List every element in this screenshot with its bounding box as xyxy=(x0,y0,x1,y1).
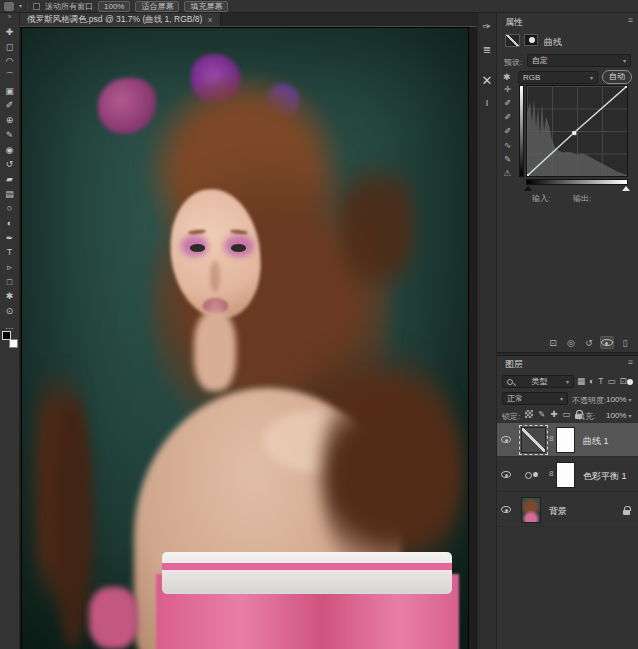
properties-panel-title[interactable]: 属性 xyxy=(505,16,523,29)
info-panel-icon[interactable]: I xyxy=(478,98,496,108)
mask-icon[interactable] xyxy=(524,34,538,46)
marquee-tool[interactable]: ◻ xyxy=(3,43,17,53)
brush-tool[interactable]: ✎ xyxy=(3,131,17,141)
layer-row-curves[interactable]: 8 曲线 1 xyxy=(497,423,638,457)
close-panel-icon[interactable]: ✕ xyxy=(478,73,496,88)
auto-button[interactable]: 自动 xyxy=(602,70,632,84)
brush-settings-panel-icon[interactable]: ✑ xyxy=(478,21,496,32)
filter-shape-layers-icon[interactable]: ▭ xyxy=(607,376,615,386)
layer-name[interactable]: 色彩平衡 1 xyxy=(583,470,627,483)
filter-toggle-icon[interactable] xyxy=(627,379,633,385)
double-chevron-icon[interactable]: » xyxy=(0,13,19,25)
curves-layer-thumbnail[interactable] xyxy=(521,427,546,453)
view-previous-state-icon[interactable]: ◎ xyxy=(564,338,578,348)
color-swatches[interactable] xyxy=(2,331,18,348)
zoom-100-button[interactable]: 100% xyxy=(98,1,130,12)
path-selection-tool[interactable]: ▹ xyxy=(3,263,17,273)
visibility-toggle[interactable] xyxy=(600,336,614,349)
curve-node-black[interactable] xyxy=(527,174,529,176)
curves-grid[interactable] xyxy=(526,85,628,177)
eraser-tool[interactable]: ▰ xyxy=(3,175,17,185)
eye-icon[interactable] xyxy=(501,506,511,513)
clip-to-layer-icon[interactable]: ⊡ xyxy=(546,338,560,348)
fill-label: 填充: xyxy=(577,411,595,422)
curve-node-white[interactable] xyxy=(625,86,627,88)
layers-panel-title[interactable]: 图层 xyxy=(505,358,523,371)
move-tool[interactable]: ✚ xyxy=(3,28,17,38)
lock-icon xyxy=(623,510,630,515)
delete-adjustment-icon[interactable]: ▯ xyxy=(618,338,632,348)
pink-corset-left xyxy=(89,587,138,649)
clone-stamp-tool[interactable]: ◉ xyxy=(3,146,17,156)
gray-point-eyedropper-icon[interactable]: ✐ xyxy=(499,113,516,123)
on-image-adjustment-icon[interactable]: ✛ xyxy=(499,85,516,95)
color-balance-layer-icon[interactable] xyxy=(525,470,538,479)
lock-transparency-icon[interactable] xyxy=(525,410,533,418)
history-brush-tool[interactable]: ↺ xyxy=(3,160,17,170)
filter-type-layers-icon[interactable]: T xyxy=(598,376,603,386)
edit-toolbar-icon[interactable]: … xyxy=(3,322,17,332)
filter-pixel-layers-icon[interactable]: ▦ xyxy=(577,376,585,386)
panel-menu-icon[interactable]: ≡ xyxy=(628,357,633,367)
blur-tool[interactable]: ○ xyxy=(3,204,17,214)
background-color-swatch[interactable] xyxy=(9,339,18,348)
foreground-color-swatch[interactable] xyxy=(2,331,11,340)
preset-dropdown[interactable]: 自定 ▾ xyxy=(527,54,631,67)
background-layer-thumbnail[interactable] xyxy=(521,497,541,523)
zoom-tool[interactable]: ⊙ xyxy=(3,307,17,317)
opacity-value[interactable]: 100% ▾ xyxy=(606,395,631,404)
type-tool[interactable]: T xyxy=(3,248,17,258)
eye-icon[interactable] xyxy=(501,471,511,478)
layer-name[interactable]: 背景 xyxy=(549,505,567,518)
chevron-down-icon: ▾ xyxy=(623,58,626,64)
pen-tool[interactable]: ✒ xyxy=(3,234,17,244)
curves-tool-icons: ✛ ✐ ✐ ✐ ∿ ✎ ⚠ xyxy=(499,85,516,179)
divider xyxy=(27,2,28,11)
hand-tool[interactable]: ✱ xyxy=(3,292,17,302)
blend-mode-dropdown[interactable]: 正常 ▾ xyxy=(502,392,568,405)
white-point-eyedropper-icon[interactable]: ✐ xyxy=(499,127,516,137)
layer-filter-dropdown[interactable]: 类型 ▾ xyxy=(502,375,574,388)
clone-source-panel-icon[interactable]: ≣ xyxy=(478,44,496,55)
draw-curve-icon[interactable]: ✎ xyxy=(499,155,516,165)
layer-row-background[interactable]: 背景 xyxy=(497,493,638,527)
eye-icon[interactable] xyxy=(501,436,511,443)
lock-pixels-icon[interactable]: ✎ xyxy=(538,409,545,419)
chevron-down-icon: ▾ xyxy=(560,396,563,402)
hand-tool-icon[interactable] xyxy=(4,2,14,11)
lock-artboard-icon[interactable]: ▭ xyxy=(562,409,570,419)
gradient-tool[interactable]: ▤ xyxy=(3,190,17,200)
fill-screen-button[interactable]: 填充屏幕 xyxy=(184,1,228,12)
chevron-down-icon[interactable]: ▾ xyxy=(19,3,22,9)
fit-screen-button[interactable]: 适合屏幕 xyxy=(135,1,179,12)
layer-mask-thumbnail[interactable] xyxy=(556,462,575,488)
tone-curve[interactable] xyxy=(527,86,627,176)
healing-brush-tool[interactable]: ⊕ xyxy=(3,116,17,126)
document-canvas[interactable] xyxy=(22,28,468,649)
smooth-curve-icon[interactable]: ∿ xyxy=(499,141,516,151)
panel-menu-icon[interactable]: ≡ xyxy=(628,15,633,25)
black-point-eyedropper-icon[interactable]: ✐ xyxy=(499,99,516,109)
filter-smart-objects-icon[interactable]: ⊡ xyxy=(619,376,626,386)
filter-adjustment-layers-icon[interactable]: ◐ xyxy=(589,376,594,386)
layer-name[interactable]: 曲线 1 xyxy=(583,435,609,448)
curve-node-mid[interactable] xyxy=(572,131,577,135)
lock-position-icon[interactable]: ✚ xyxy=(550,409,557,419)
eyedropper-tool[interactable]: ✐ xyxy=(3,101,17,111)
close-icon[interactable]: × xyxy=(207,15,212,25)
targeted-adjustment-icon[interactable]: ✱ xyxy=(503,72,511,82)
layer-mask-thumbnail[interactable] xyxy=(556,427,575,453)
crop-tool[interactable]: ▣ xyxy=(3,87,17,97)
black-input-slider[interactable] xyxy=(524,186,532,191)
shape-tool[interactable]: □ xyxy=(3,278,17,288)
scroll-all-windows-checkbox[interactable] xyxy=(33,3,40,10)
channel-dropdown[interactable]: RGB ▾ xyxy=(518,71,598,84)
fill-value[interactable]: 100% ▾ xyxy=(606,411,631,420)
dodge-tool[interactable]: ◐ xyxy=(3,219,17,229)
document-tab[interactable]: 俄罗斯风格调色.psd @ 31.7% (曲线 1, RGB/8) × xyxy=(20,13,221,26)
reset-icon[interactable]: ↺ xyxy=(582,338,596,348)
quick-selection-tool[interactable]: ⌒ xyxy=(3,72,17,82)
layer-row-color-balance[interactable]: 8 色彩平衡 1 xyxy=(497,458,638,492)
lasso-tool[interactable]: ◠ xyxy=(3,57,17,67)
white-input-slider[interactable] xyxy=(622,186,630,191)
